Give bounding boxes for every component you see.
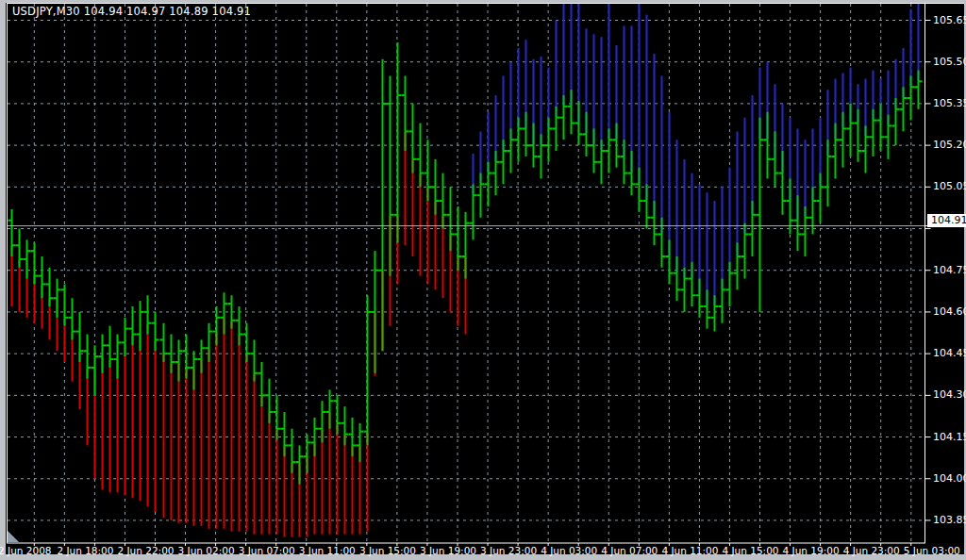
time-axis-label: 2 Jun 18:00 (57, 545, 113, 556)
time-axis-label: 4 Jun 07:00 (601, 545, 658, 556)
frame-top (0, 0, 966, 3)
time-axis-label: 3 Jun 23:00 (480, 545, 537, 556)
chart-background (0, 0, 966, 560)
price-axis-label: 104.60 (933, 306, 966, 318)
price-axis-label: 104.75 (933, 265, 966, 276)
time-axis-label: 3 Jun 02:00 (178, 545, 235, 556)
price-axis-label: 103.85 (933, 515, 966, 526)
price-axis-label: 105.65 (933, 15, 966, 26)
price-axis-label: 104.30 (933, 389, 966, 401)
price-axis-label: 105.20 (933, 140, 966, 151)
time-axis-label: 2 Jun 22:00 (117, 545, 174, 556)
chart-plot-area[interactable] (0, 0, 966, 560)
chart-window: USDJPY,M30 104.94 104.97 104.89 104.91 1… (0, 0, 966, 560)
time-axis-label: 3 Jun 15:00 (359, 545, 416, 556)
time-axis-label: 5 Jun 03:00 (904, 545, 960, 556)
time-axis-label: 3 Jun 07:00 (239, 545, 295, 556)
price-axis-label: 104.15 (933, 432, 966, 443)
time-axis-label: 4 Jun 03:00 (541, 545, 597, 556)
time-axis-label: 2 Jun 2008 (0, 545, 52, 556)
price-axis-label: 105.35 (933, 98, 966, 109)
time-axis-label: 3 Jun 11:00 (299, 545, 356, 556)
time-axis-label: 4 Jun 23:00 (843, 545, 900, 556)
chart-title: USDJPY,M30 104.94 104.97 104.89 104.91 (12, 6, 251, 17)
price-axis-label: 104.00 (933, 473, 966, 485)
price-axis-label: 104.45 (933, 348, 966, 359)
time-axis-label: 4 Jun 11:00 (661, 545, 718, 556)
time-axis-label: 4 Jun 15:00 (722, 545, 778, 556)
time-axis-label: 4 Jun 19:00 (783, 545, 840, 556)
frame-left (0, 0, 6, 560)
price-axis-label: 105.50 (933, 57, 966, 68)
time-axis-label: 3 Jun 19:00 (420, 545, 476, 556)
price-axis-label: 105.05 (933, 181, 966, 192)
current-price-badge: 104.91 (927, 214, 966, 227)
